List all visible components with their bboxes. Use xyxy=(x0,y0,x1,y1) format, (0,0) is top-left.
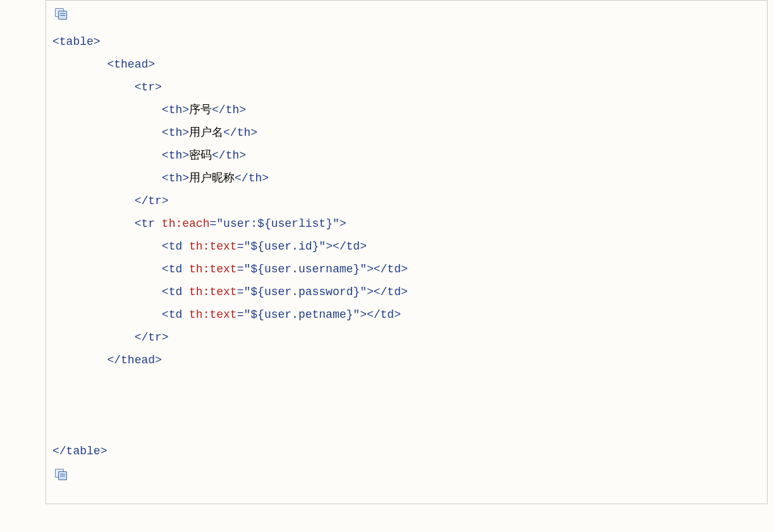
copy-icon[interactable] xyxy=(55,469,66,479)
copy-icon[interactable] xyxy=(55,8,66,18)
code-content: <table> <thead> <tr> <th>序号</th> <th>用户名… xyxy=(52,30,761,462)
code-block: <table> <thead> <tr> <th>序号</th> <th>用户名… xyxy=(46,0,768,504)
